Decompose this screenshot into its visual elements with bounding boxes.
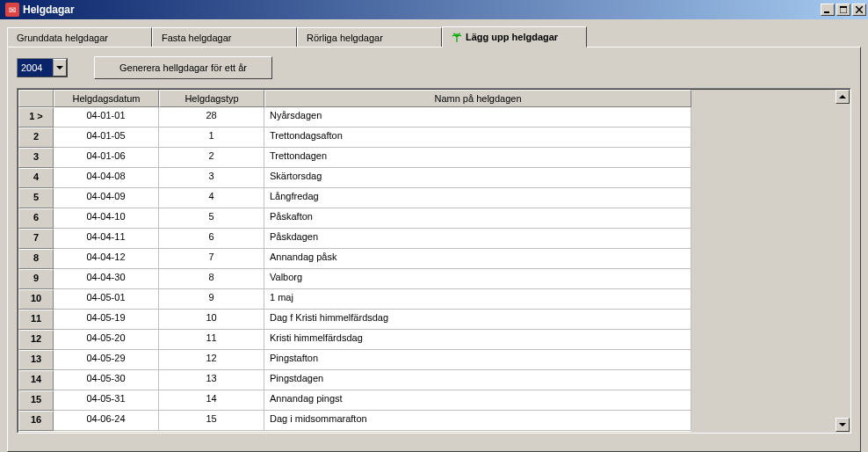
row-number-cell[interactable]: 4 (18, 168, 54, 188)
table-row[interactable]: 1504-05-3114Annandag pingst (18, 390, 691, 411)
type-cell[interactable]: 2 (159, 148, 264, 168)
name-cell[interactable]: Påskafton (264, 208, 691, 229)
name-cell[interactable]: Kristi himmelfärdsdag (264, 330, 691, 350)
row-number-cell[interactable]: 2 (18, 128, 54, 148)
date-cell[interactable]: 04-01-06 (54, 148, 159, 168)
table-row[interactable]: 1004-05-0191 maj (18, 289, 691, 310)
table-row[interactable]: 904-04-308Valborg (18, 269, 691, 289)
type-cell[interactable]: 11 (159, 330, 264, 350)
type-cell[interactable]: 8 (159, 269, 264, 289)
table-row[interactable]: 204-01-051Trettondagsafton (18, 128, 691, 148)
tab-fasta[interactable]: Fasta helgdagar (152, 27, 297, 47)
date-cell[interactable]: 04-04-08 (54, 168, 159, 188)
grid-header-rownum[interactable] (18, 90, 54, 107)
year-dropdown-arrow[interactable] (53, 59, 67, 77)
name-cell[interactable]: Långfredag (264, 188, 691, 208)
row-number-cell[interactable]: 13 (18, 350, 54, 370)
date-cell[interactable]: 04-04-09 (54, 188, 159, 208)
tab-rorliga[interactable]: Rörliga helgdagar (297, 27, 442, 47)
name-cell[interactable]: Valborg (264, 269, 691, 289)
table-row[interactable]: 1304-05-2912Pingstafton (18, 350, 691, 370)
date-cell[interactable]: 04-05-19 (54, 310, 159, 330)
name-cell[interactable]: 1 maj (264, 289, 691, 310)
generate-button[interactable]: Generera hellgdagar för ett år (94, 56, 272, 79)
date-cell[interactable]: 04-04-11 (54, 229, 159, 249)
name-cell[interactable]: Nyårsdagen (264, 107, 691, 128)
date-cell[interactable]: 04-06-24 (54, 411, 159, 431)
date-cell[interactable]: 04-04-12 (54, 249, 159, 269)
type-cell[interactable]: 4 (159, 188, 264, 208)
row-number-cell[interactable]: 8 (18, 249, 54, 269)
name-cell[interactable]: Pingstafton (264, 350, 691, 370)
table-row[interactable]: 604-04-105Påskafton (18, 208, 691, 229)
name-cell[interactable]: Dag f Kristi himmelfärdsdag (264, 310, 691, 330)
table-row[interactable]: 304-01-062Trettondagen (18, 148, 691, 168)
type-cell[interactable]: 6 (159, 229, 264, 249)
row-number-cell[interactable]: 9 (18, 269, 54, 289)
date-cell[interactable]: 04-05-29 (54, 350, 159, 370)
type-cell[interactable]: 10 (159, 310, 264, 330)
date-cell[interactable]: 04-05-20 (54, 330, 159, 350)
row-number-cell[interactable]: 16 (18, 411, 54, 431)
scroll-down-button[interactable] (835, 418, 850, 432)
name-cell[interactable]: Annandag påsk (264, 249, 691, 269)
year-combo[interactable] (17, 58, 68, 77)
type-cell[interactable]: 12 (159, 350, 264, 370)
window-buttons (819, 4, 866, 16)
table-row[interactable]: 1204-05-2011Kristi himmelfärdsdag (18, 330, 691, 350)
name-cell[interactable]: Trettondagen (264, 148, 691, 168)
row-number-cell[interactable]: 11 (18, 310, 54, 330)
table-row[interactable]: 404-04-083Skärtorsdag (18, 168, 691, 188)
type-cell[interactable]: 1 (159, 128, 264, 148)
table-row[interactable]: 1 >04-01-0128Nyårsdagen (18, 107, 691, 128)
table-row[interactable]: 804-04-127Annandag påsk (18, 249, 691, 269)
table-row[interactable]: 1404-05-3013Pingstdagen (18, 370, 691, 390)
type-cell[interactable]: 13 (159, 370, 264, 390)
type-cell[interactable]: 7 (159, 249, 264, 269)
date-cell[interactable]: 04-01-01 (54, 107, 159, 128)
row-number-cell[interactable]: 12 (18, 330, 54, 350)
date-cell[interactable]: 04-05-30 (54, 370, 159, 390)
row-number-cell[interactable]: 5 (18, 188, 54, 208)
grid-right-gutter (691, 90, 850, 432)
name-cell[interactable]: Pingstdagen (264, 370, 691, 390)
date-cell[interactable]: 04-01-05 (54, 128, 159, 148)
type-cell[interactable]: 14 (159, 390, 264, 411)
row-number-cell[interactable]: 14 (18, 370, 54, 390)
row-number-cell[interactable]: 15 (18, 390, 54, 411)
year-input[interactable] (18, 59, 53, 77)
type-cell[interactable]: 15 (159, 411, 264, 431)
type-cell[interactable]: 28 (159, 107, 264, 128)
table-row[interactable]: 1104-05-1910Dag f Kristi himmelfärdsdag (18, 310, 691, 330)
vertical-scrollbar[interactable] (835, 90, 850, 432)
tab-lagg-upp[interactable]: Lägg upp helgdagar (442, 26, 587, 47)
row-number-cell[interactable]: 6 (18, 208, 54, 229)
table-row[interactable]: 1604-06-2415Dag i midsommarafton (18, 411, 691, 431)
tab-grunddata[interactable]: Grunddata helgdagar (7, 27, 152, 47)
name-cell[interactable]: Annandag pingst (264, 390, 691, 411)
grid-header-name[interactable]: Namn på helgdagen (264, 90, 691, 107)
name-cell[interactable]: Påskdagen (264, 229, 691, 249)
row-number-cell[interactable]: 1 > (18, 107, 54, 128)
table-row[interactable]: 704-04-116Påskdagen (18, 229, 691, 249)
scroll-up-button[interactable] (835, 90, 850, 104)
table-row[interactable]: 504-04-094Långfredag (18, 188, 691, 208)
row-number-cell[interactable]: 7 (18, 229, 54, 249)
date-cell[interactable]: 04-05-01 (54, 289, 159, 310)
type-cell[interactable]: 9 (159, 289, 264, 310)
name-cell[interactable]: Trettondagsafton (264, 128, 691, 148)
maximize-button[interactable] (836, 4, 850, 16)
date-cell[interactable]: 04-04-30 (54, 269, 159, 289)
row-number-cell[interactable]: 10 (18, 289, 54, 310)
row-number-cell[interactable]: 3 (18, 148, 54, 168)
type-cell[interactable]: 3 (159, 168, 264, 188)
minimize-button[interactable] (821, 4, 835, 16)
type-cell[interactable]: 5 (159, 208, 264, 229)
grid-header-date[interactable]: Helgdagsdatum (54, 90, 159, 107)
date-cell[interactable]: 04-05-31 (54, 390, 159, 411)
name-cell[interactable]: Skärtorsdag (264, 168, 691, 188)
grid-header-type[interactable]: Helgdagstyp (159, 90, 264, 107)
name-cell[interactable]: Dag i midsommarafton (264, 411, 691, 431)
date-cell[interactable]: 04-04-10 (54, 208, 159, 229)
close-button[interactable] (852, 4, 866, 16)
